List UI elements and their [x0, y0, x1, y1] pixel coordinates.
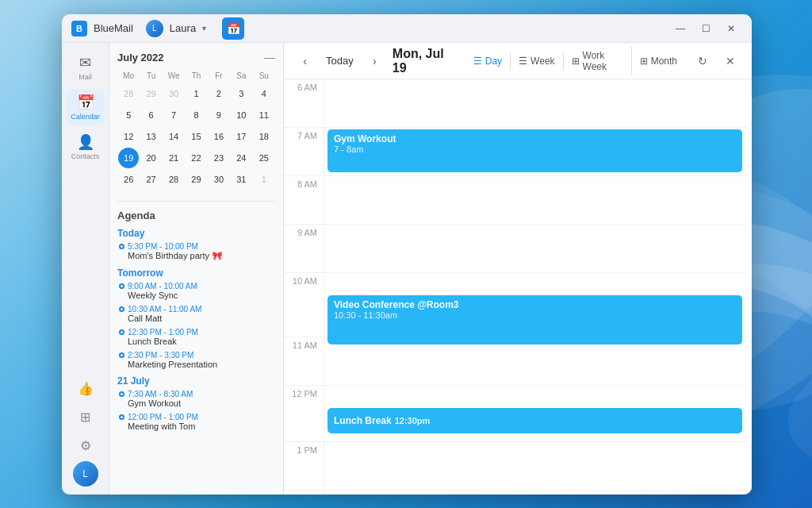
- time-content-7am[interactable]: Gym Workout 7 - 8am: [324, 128, 747, 175]
- agenda-jul21-label: 21 July: [117, 375, 275, 387]
- close-calendar-button[interactable]: ✕: [719, 50, 741, 72]
- settings-icon[interactable]: ⚙: [73, 433, 98, 458]
- month-view-button[interactable]: ⊞ Month: [632, 52, 685, 70]
- agenda-event-time: 7:30 AM - 8:30 AM: [119, 390, 275, 398]
- time-content-6am[interactable]: [324, 79, 747, 127]
- calendar-date-label: Mon, Jul 19: [393, 47, 459, 75]
- week-view-button[interactable]: ☰ Week: [511, 52, 563, 70]
- mini-cal-day[interactable]: 4: [254, 83, 274, 104]
- grid-icon[interactable]: ⊞: [73, 404, 98, 429]
- work-week-view-button[interactable]: ⊞ Work Week: [564, 47, 632, 75]
- time-content-10am[interactable]: Video Conference @Room3 10:30 - 11:30am: [324, 273, 747, 337]
- agenda-event-call-matt[interactable]: 10:30 AM - 11:00 AM Call Matt: [117, 305, 275, 323]
- mini-calendar-collapse-button[interactable]: —: [264, 51, 275, 64]
- contacts-label: Contacts: [71, 152, 100, 160]
- time-content-9am[interactable]: [324, 225, 747, 272]
- mini-cal-day[interactable]: 28: [118, 83, 139, 104]
- time-content-2pm[interactable]: [324, 491, 747, 495]
- mini-cal-day[interactable]: 21: [163, 148, 184, 168]
- event-dot: [119, 244, 124, 249]
- event-title: Lunch Break: [334, 415, 392, 426]
- mini-cal-day[interactable]: 31: [231, 169, 251, 190]
- mini-cal-day[interactable]: 3: [231, 83, 251, 104]
- day-name-we: We: [163, 70, 185, 82]
- time-label-10am: 10 AM: [284, 273, 324, 286]
- mini-cal-day[interactable]: 30: [209, 169, 229, 190]
- refresh-button[interactable]: ↻: [691, 50, 713, 72]
- event-lunch-break[interactable]: Lunch Break 12:30pm: [327, 408, 742, 433]
- mini-cal-day[interactable]: 20: [141, 148, 162, 168]
- agenda-event-marketing[interactable]: 2:30 PM - 3:30 PM Marketing Presentation: [117, 351, 275, 369]
- mini-cal-day[interactable]: 7: [163, 105, 184, 125]
- mini-cal-day[interactable]: 14: [163, 126, 184, 147]
- user-name: Laura: [170, 22, 196, 34]
- day-name-su: Su: [253, 70, 275, 82]
- agenda-event-meeting-tom[interactable]: 12:00 PM - 1:00 PM Meeting with Tom: [117, 413, 275, 431]
- user-profile-icon[interactable]: L: [73, 461, 98, 487]
- sidebar-item-contacts[interactable]: 👤 Contacts: [67, 129, 105, 165]
- time-content-1pm[interactable]: [324, 442, 747, 490]
- event-gym-workout[interactable]: Gym Workout 7 - 8am: [327, 129, 742, 172]
- agenda-event-birthday[interactable]: 5:30 PM - 10:00 PM Mom's Birthday party …: [117, 242, 275, 261]
- mini-cal-day[interactable]: 1: [186, 83, 206, 104]
- day-name-th: Th: [185, 70, 207, 82]
- title-bar-left: B BlueMail L Laura ▾ 📅: [71, 17, 669, 40]
- mini-cal-day[interactable]: 29: [141, 83, 162, 104]
- mini-cal-day[interactable]: 23: [209, 148, 229, 168]
- time-content-8am[interactable]: [324, 176, 747, 224]
- sidebar-item-calendar[interactable]: 📅 Calendar: [67, 89, 105, 125]
- mini-cal-day[interactable]: 16: [209, 126, 229, 147]
- mini-cal-day[interactable]: 1: [254, 169, 274, 190]
- close-button[interactable]: ✕: [720, 21, 742, 37]
- event-title: Video Conference @Room3: [334, 299, 736, 310]
- agenda-event-time: 12:30 PM - 1:00 PM: [119, 328, 275, 337]
- agenda-event-weekly-sync[interactable]: 9:00 AM - 10:00 AM Weekly Sync: [117, 282, 275, 300]
- time-row-1pm: 1 PM: [284, 442, 747, 491]
- maximize-button[interactable]: ☐: [695, 21, 717, 37]
- time-content-11am[interactable]: [324, 337, 747, 385]
- event-dot: [119, 391, 124, 397]
- mini-cal-day[interactable]: 27: [141, 169, 162, 190]
- mini-cal-day[interactable]: 6: [141, 105, 162, 125]
- mini-cal-day[interactable]: 12: [118, 126, 139, 147]
- minimize-button[interactable]: —: [669, 21, 691, 37]
- mini-cal-day[interactable]: 26: [118, 169, 139, 190]
- mini-cal-day[interactable]: 30: [163, 83, 184, 104]
- mini-cal-day[interactable]: 24: [231, 148, 251, 168]
- time-label-9am: 9 AM: [284, 225, 324, 237]
- time-row-8am: 8 AM: [284, 176, 747, 225]
- mini-cal-day-today[interactable]: 19: [118, 148, 139, 168]
- mini-cal-day[interactable]: 8: [186, 105, 206, 125]
- day-view-button[interactable]: ☰ Day: [465, 52, 511, 70]
- mini-cal-day[interactable]: 9: [209, 105, 229, 125]
- mini-cal-day[interactable]: 29: [186, 169, 206, 190]
- mini-cal-day[interactable]: 13: [141, 126, 162, 147]
- thumbs-up-icon[interactable]: 👍: [73, 375, 98, 401]
- mail-label: Mail: [79, 73, 92, 81]
- prev-nav-button[interactable]: ‹: [295, 51, 315, 71]
- user-dropdown-arrow[interactable]: ▾: [202, 24, 206, 33]
- time-row-10am: 10 AM Video Conference @Room3 10:30 - 11…: [284, 273, 747, 337]
- time-content-12pm[interactable]: Lunch Break 12:30pm: [324, 386, 747, 441]
- agenda-today-label: Today: [117, 228, 275, 239]
- agenda-event-gym[interactable]: 7:30 AM - 8:30 AM Gym Workout: [117, 390, 275, 408]
- mini-cal-day[interactable]: 22: [186, 148, 206, 168]
- today-button[interactable]: Today: [321, 52, 358, 69]
- time-label-6am: 6 AM: [284, 79, 324, 92]
- mini-cal-day[interactable]: 18: [254, 126, 274, 147]
- next-nav-button[interactable]: ›: [365, 51, 385, 71]
- mini-cal-day[interactable]: 15: [186, 126, 206, 147]
- sidebar-item-mail[interactable]: ✉ Mail: [67, 49, 105, 86]
- calendar-shortcut-button[interactable]: 📅: [222, 17, 244, 40]
- mini-cal-day[interactable]: 5: [118, 105, 139, 125]
- mini-cal-day[interactable]: 25: [254, 148, 274, 168]
- main-content: ✉ Mail 📅 Calendar 👤 Contacts 👍 ⊞ ⚙ L Jul…: [62, 43, 752, 495]
- mini-cal-day[interactable]: 10: [231, 105, 251, 125]
- mini-cal-day[interactable]: 2: [209, 83, 229, 104]
- mini-cal-day[interactable]: 17: [231, 126, 251, 147]
- agenda-event-lunch[interactable]: 12:30 PM - 1:00 PM Lunch Break: [117, 328, 275, 346]
- day-name-sa: Sa: [230, 70, 252, 82]
- mini-cal-day[interactable]: 28: [163, 169, 184, 190]
- agenda-event-time: 5:30 PM - 10:00 PM: [119, 242, 275, 251]
- mini-cal-day[interactable]: 11: [254, 105, 274, 125]
